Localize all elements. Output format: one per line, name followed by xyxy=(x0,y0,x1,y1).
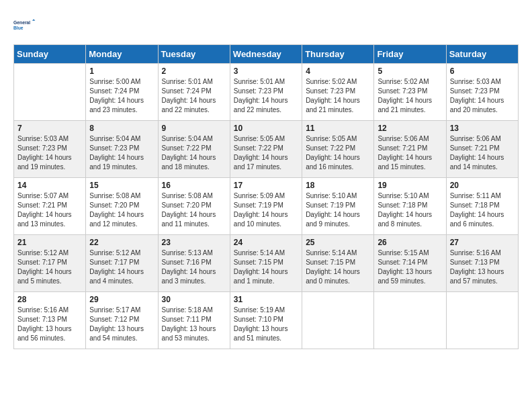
day-info: Sunrise: 5:00 AM Sunset: 7:24 PM Dayligh… xyxy=(89,77,154,115)
day-number: 28 xyxy=(17,295,82,304)
day-number: 13 xyxy=(450,124,515,133)
weekday-header-wednesday: Wednesday xyxy=(230,45,302,64)
calendar-cell xyxy=(446,292,518,349)
day-number: 8 xyxy=(89,124,154,133)
weekday-header-tuesday: Tuesday xyxy=(158,45,230,64)
calendar-cell: 5Sunrise: 5:02 AM Sunset: 7:23 PM Daylig… xyxy=(374,64,446,121)
day-info: Sunrise: 5:10 AM Sunset: 7:19 PM Dayligh… xyxy=(306,191,370,229)
day-info: Sunrise: 5:14 AM Sunset: 7:15 PM Dayligh… xyxy=(234,248,298,286)
day-number: 20 xyxy=(450,181,515,190)
calendar-cell: 19Sunrise: 5:10 AM Sunset: 7:18 PM Dayli… xyxy=(374,178,446,235)
day-info: Sunrise: 5:18 AM Sunset: 7:11 PM Dayligh… xyxy=(162,306,226,343)
day-number: 6 xyxy=(450,66,515,76)
calendar-cell: 17Sunrise: 5:09 AM Sunset: 7:19 PM Dayli… xyxy=(230,178,302,235)
day-info: Sunrise: 5:05 AM Sunset: 7:22 PM Dayligh… xyxy=(306,134,370,172)
day-info: Sunrise: 5:09 AM Sunset: 7:19 PM Dayligh… xyxy=(234,191,298,229)
day-number: 24 xyxy=(234,238,298,247)
day-info: Sunrise: 5:17 AM Sunset: 7:12 PM Dayligh… xyxy=(89,306,154,343)
logo-icon: General Blue xyxy=(13,13,38,38)
day-number: 3 xyxy=(234,66,298,76)
calendar-cell xyxy=(14,64,86,121)
calendar-cell: 21Sunrise: 5:12 AM Sunset: 7:17 PM Dayli… xyxy=(14,235,86,292)
page-header: General Blue xyxy=(13,13,519,38)
day-info: Sunrise: 5:06 AM Sunset: 7:21 PM Dayligh… xyxy=(378,134,442,172)
day-info: Sunrise: 5:03 AM Sunset: 7:23 PM Dayligh… xyxy=(17,134,82,172)
day-number: 11 xyxy=(306,124,370,133)
day-info: Sunrise: 5:13 AM Sunset: 7:16 PM Dayligh… xyxy=(162,248,226,286)
calendar-cell: 2Sunrise: 5:01 AM Sunset: 7:24 PM Daylig… xyxy=(158,64,230,121)
calendar-cell: 7Sunrise: 5:03 AM Sunset: 7:23 PM Daylig… xyxy=(14,121,86,178)
day-info: Sunrise: 5:16 AM Sunset: 7:13 PM Dayligh… xyxy=(17,306,82,343)
calendar-week-row: 28Sunrise: 5:16 AM Sunset: 7:13 PM Dayli… xyxy=(14,292,519,349)
day-info: Sunrise: 5:03 AM Sunset: 7:23 PM Dayligh… xyxy=(450,77,515,115)
calendar-cell: 31Sunrise: 5:19 AM Sunset: 7:10 PM Dayli… xyxy=(230,292,302,349)
day-info: Sunrise: 5:16 AM Sunset: 7:13 PM Dayligh… xyxy=(450,248,515,286)
calendar-cell: 1Sunrise: 5:00 AM Sunset: 7:24 PM Daylig… xyxy=(86,64,158,121)
day-number: 7 xyxy=(17,124,82,133)
day-number: 22 xyxy=(89,238,154,247)
day-info: Sunrise: 5:19 AM Sunset: 7:10 PM Dayligh… xyxy=(234,306,298,343)
day-number: 25 xyxy=(306,238,370,247)
day-info: Sunrise: 5:04 AM Sunset: 7:22 PM Dayligh… xyxy=(162,134,226,172)
weekday-header-monday: Monday xyxy=(86,45,158,64)
calendar-cell: 11Sunrise: 5:05 AM Sunset: 7:22 PM Dayli… xyxy=(302,121,374,178)
day-info: Sunrise: 5:06 AM Sunset: 7:21 PM Dayligh… xyxy=(450,134,515,172)
calendar-cell: 13Sunrise: 5:06 AM Sunset: 7:21 PM Dayli… xyxy=(446,121,518,178)
day-number: 27 xyxy=(450,238,515,247)
day-info: Sunrise: 5:10 AM Sunset: 7:18 PM Dayligh… xyxy=(378,191,442,229)
calendar-cell: 15Sunrise: 5:08 AM Sunset: 7:20 PM Dayli… xyxy=(86,178,158,235)
calendar-cell: 18Sunrise: 5:10 AM Sunset: 7:19 PM Dayli… xyxy=(302,178,374,235)
day-info: Sunrise: 5:12 AM Sunset: 7:17 PM Dayligh… xyxy=(89,248,154,286)
logo: General Blue xyxy=(13,13,38,38)
calendar-cell: 25Sunrise: 5:14 AM Sunset: 7:15 PM Dayli… xyxy=(302,235,374,292)
calendar-week-row: 7Sunrise: 5:03 AM Sunset: 7:23 PM Daylig… xyxy=(14,121,519,178)
day-number: 5 xyxy=(378,66,442,76)
day-info: Sunrise: 5:15 AM Sunset: 7:14 PM Dayligh… xyxy=(378,248,442,286)
day-info: Sunrise: 5:14 AM Sunset: 7:15 PM Dayligh… xyxy=(306,248,370,286)
calendar-cell: 27Sunrise: 5:16 AM Sunset: 7:13 PM Dayli… xyxy=(446,235,518,292)
weekday-header-friday: Friday xyxy=(374,45,446,64)
calendar-cell: 16Sunrise: 5:08 AM Sunset: 7:20 PM Dayli… xyxy=(158,178,230,235)
calendar-cell: 8Sunrise: 5:04 AM Sunset: 7:23 PM Daylig… xyxy=(86,121,158,178)
calendar-cell: 9Sunrise: 5:04 AM Sunset: 7:22 PM Daylig… xyxy=(158,121,230,178)
calendar-cell: 22Sunrise: 5:12 AM Sunset: 7:17 PM Dayli… xyxy=(86,235,158,292)
calendar-week-row: 1Sunrise: 5:00 AM Sunset: 7:24 PM Daylig… xyxy=(14,64,519,121)
calendar-cell: 6Sunrise: 5:03 AM Sunset: 7:23 PM Daylig… xyxy=(446,64,518,121)
day-number: 1 xyxy=(89,66,154,76)
day-number: 26 xyxy=(378,238,442,247)
calendar-cell: 23Sunrise: 5:13 AM Sunset: 7:16 PM Dayli… xyxy=(158,235,230,292)
day-number: 9 xyxy=(162,124,226,133)
day-number: 4 xyxy=(306,66,370,76)
day-number: 30 xyxy=(162,295,226,304)
calendar-cell xyxy=(302,292,374,349)
weekday-header-row: SundayMondayTuesdayWednesdayThursdayFrid… xyxy=(14,45,519,64)
day-info: Sunrise: 5:04 AM Sunset: 7:23 PM Dayligh… xyxy=(89,134,154,172)
calendar-cell: 4Sunrise: 5:02 AM Sunset: 7:23 PM Daylig… xyxy=(302,64,374,121)
day-number: 29 xyxy=(89,295,154,304)
calendar-cell: 24Sunrise: 5:14 AM Sunset: 7:15 PM Dayli… xyxy=(230,235,302,292)
day-number: 21 xyxy=(17,238,82,247)
weekday-header-thursday: Thursday xyxy=(302,45,374,64)
day-number: 19 xyxy=(378,181,442,190)
calendar-week-row: 21Sunrise: 5:12 AM Sunset: 7:17 PM Dayli… xyxy=(14,235,519,292)
day-info: Sunrise: 5:02 AM Sunset: 7:23 PM Dayligh… xyxy=(378,77,442,115)
calendar-cell xyxy=(374,292,446,349)
calendar-table: SundayMondayTuesdayWednesdayThursdayFrid… xyxy=(13,44,519,349)
day-info: Sunrise: 5:02 AM Sunset: 7:23 PM Dayligh… xyxy=(306,77,370,115)
calendar-cell: 14Sunrise: 5:07 AM Sunset: 7:21 PM Dayli… xyxy=(14,178,86,235)
day-info: Sunrise: 5:05 AM Sunset: 7:22 PM Dayligh… xyxy=(234,134,298,172)
day-info: Sunrise: 5:11 AM Sunset: 7:18 PM Dayligh… xyxy=(450,191,515,229)
svg-marker-2 xyxy=(32,19,36,21)
calendar-cell: 20Sunrise: 5:11 AM Sunset: 7:18 PM Dayli… xyxy=(446,178,518,235)
day-number: 31 xyxy=(234,295,298,304)
calendar-cell: 12Sunrise: 5:06 AM Sunset: 7:21 PM Dayli… xyxy=(374,121,446,178)
calendar-cell: 10Sunrise: 5:05 AM Sunset: 7:22 PM Dayli… xyxy=(230,121,302,178)
day-number: 16 xyxy=(162,181,226,190)
day-info: Sunrise: 5:08 AM Sunset: 7:20 PM Dayligh… xyxy=(162,191,226,229)
day-info: Sunrise: 5:12 AM Sunset: 7:17 PM Dayligh… xyxy=(17,248,82,286)
day-number: 10 xyxy=(234,124,298,133)
calendar-cell: 26Sunrise: 5:15 AM Sunset: 7:14 PM Dayli… xyxy=(374,235,446,292)
calendar-cell: 30Sunrise: 5:18 AM Sunset: 7:11 PM Dayli… xyxy=(158,292,230,349)
day-info: Sunrise: 5:01 AM Sunset: 7:23 PM Dayligh… xyxy=(234,77,298,115)
day-info: Sunrise: 5:07 AM Sunset: 7:21 PM Dayligh… xyxy=(17,191,82,229)
